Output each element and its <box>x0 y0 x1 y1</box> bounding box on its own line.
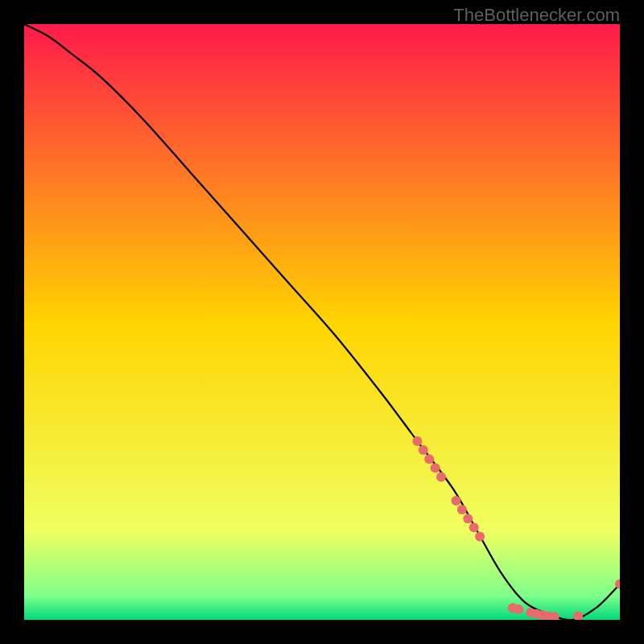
marker-dot <box>452 496 461 506</box>
gradient-background <box>24 24 620 620</box>
marker-dot <box>419 445 428 455</box>
marker-dot <box>514 605 523 614</box>
marker-dot <box>431 463 440 473</box>
plot-area <box>24 24 620 620</box>
marker-dot <box>469 522 479 532</box>
chart-svg <box>24 24 620 620</box>
marker-dot <box>457 505 467 514</box>
marker-dot <box>412 436 422 446</box>
attribution-label: TheBottlenecker.com <box>453 5 620 26</box>
marker-dot <box>463 514 473 523</box>
marker-dot <box>436 472 446 481</box>
marker-dot <box>475 531 485 541</box>
marker-dot <box>424 454 434 464</box>
chart-frame: TheBottlenecker.com <box>0 0 644 644</box>
